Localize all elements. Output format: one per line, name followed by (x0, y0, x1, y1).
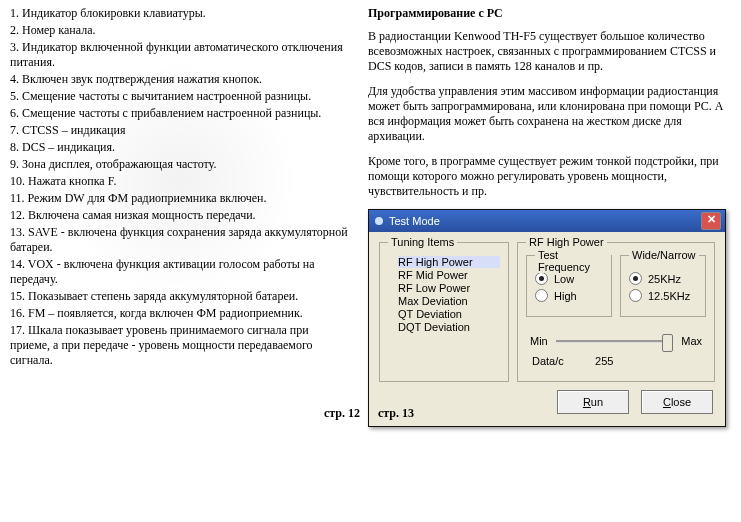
list-item: 4. Включен звук подтверждения нажатия кн… (10, 72, 350, 87)
list-item: 13. SAVE - включена функция сохранения з… (10, 225, 350, 255)
list-item: 12. Включена самая низкая мощность перед… (10, 208, 350, 223)
radio-12-5khz[interactable]: 12.5KHz (629, 289, 697, 302)
group-legend: Tuning Items (388, 236, 457, 248)
dialog-titlebar[interactable]: Test Mode ✕ (369, 210, 725, 232)
list-item: 3. Индикатор включенной функции автомати… (10, 40, 350, 70)
slider-max-label: Max (681, 335, 702, 347)
radio-25khz[interactable]: 25KHz (629, 272, 697, 285)
page-number-right: стр. 13 (374, 406, 741, 421)
tuning-item[interactable]: RF Mid Power (398, 269, 500, 281)
radio-icon (629, 289, 642, 302)
list-item: 9. Зона дисплея, отображающая частоту. (10, 157, 350, 172)
data-row: Data/c 255 (532, 355, 702, 367)
list-item: 16. FM – появляется, когда включен ФМ ра… (10, 306, 350, 321)
close-icon[interactable]: ✕ (701, 212, 721, 230)
radio-icon (629, 272, 642, 285)
list-item: 2. Номер канала. (10, 23, 350, 38)
tuning-items-group: Tuning Items RF High Power RF Mid Power … (379, 242, 509, 382)
radio-label: 12.5KHz (648, 290, 690, 302)
list-item: 8. DCS – индикация. (10, 140, 350, 155)
test-mode-dialog: Test Mode ✕ Tuning Items RF High Power R… (368, 209, 726, 427)
rf-high-power-group: RF High Power Test Frequency Low (517, 242, 715, 382)
paragraph: Для удобства управления этим массивом ин… (368, 84, 731, 144)
tuning-item[interactable]: RF Low Power (398, 282, 500, 294)
paragraph: Кроме того, в программе существует режим… (368, 154, 731, 199)
slider-min-label: Min (530, 335, 548, 347)
group-legend: Wide/Narrow (629, 249, 699, 261)
page-number-left: стр. 12 (0, 406, 374, 421)
list-item: 1. Индикатор блокировки клавиатуры. (10, 6, 350, 21)
list-item: 15. Показывает степень заряда аккумулято… (10, 289, 350, 304)
tuning-item[interactable]: Max Deviation (398, 295, 500, 307)
group-legend: Test Frequency (535, 249, 611, 273)
slider-thumb[interactable] (662, 334, 673, 352)
radio-icon (535, 289, 548, 302)
radio-label: High (554, 290, 577, 302)
wide-narrow-group: Wide/Narrow 25KHz 12.5KHz (620, 255, 706, 317)
list-item: 14. VOX - включена функция активации гол… (10, 257, 350, 287)
test-frequency-group: Test Frequency Low High (526, 255, 612, 317)
list-item: 5. Смещение частоты с вычитанием настрое… (10, 89, 350, 104)
list-item: 11. Режим DW для ФМ радиоприемника включ… (10, 191, 350, 206)
radio-low[interactable]: Low (535, 272, 603, 285)
radio-label: 25KHz (648, 273, 681, 285)
right-column: Программирование с PC В радиостанции Ken… (368, 6, 731, 427)
heading-programming: Программирование с PC (368, 6, 731, 21)
list-item: 6. Смещение частоты с прибавлением настр… (10, 106, 350, 121)
data-value: 255 (595, 355, 613, 367)
radio-high[interactable]: High (535, 289, 603, 302)
radio-label: Low (554, 273, 574, 285)
tuning-item[interactable]: DQT Deviation (398, 321, 500, 333)
data-label: Data/c (532, 355, 592, 367)
paragraph: В радиостанции Kenwood TH-F5 существует … (368, 29, 731, 74)
list-item: 7. CTCSS – индикация (10, 123, 350, 138)
group-legend: RF High Power (526, 236, 607, 248)
tuning-item[interactable]: QT Deviation (398, 308, 500, 320)
slider[interactable] (556, 340, 673, 343)
left-column: 1. Индикатор блокировки клавиатуры. 2. Н… (10, 6, 350, 427)
list-item: 17. Шкала показывает уровень принимаемог… (10, 323, 350, 368)
tuning-item[interactable]: RF High Power (398, 256, 500, 268)
app-icon (375, 217, 383, 225)
list-item: 10. Нажата кнопка F. (10, 174, 350, 189)
radio-icon (535, 272, 548, 285)
dialog-title: Test Mode (389, 215, 701, 227)
